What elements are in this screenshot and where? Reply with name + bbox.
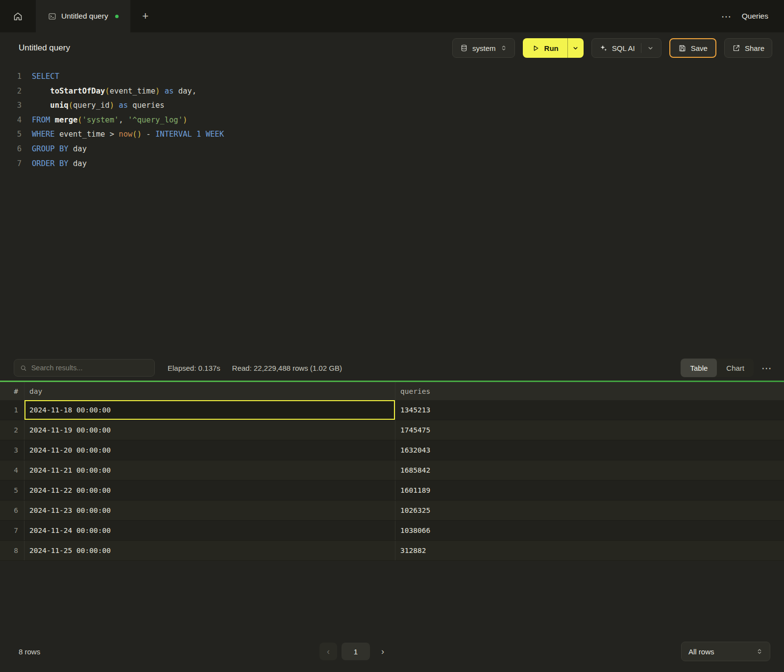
code-token: merge (55, 116, 78, 124)
line-number: 7 (0, 157, 22, 171)
day-cell[interactable]: 2024-11-21 00:00:00 (24, 460, 395, 480)
column-header-index[interactable]: # (0, 382, 24, 400)
row-number-cell[interactable]: 6 (0, 501, 24, 520)
code-token (192, 130, 196, 139)
share-button[interactable]: Share (724, 38, 772, 58)
run-options-button[interactable] (567, 38, 584, 58)
toolbar-actions: system Run SQL AI (452, 38, 772, 58)
rows-per-page-selector[interactable]: All rows (681, 642, 770, 661)
day-cell[interactable]: 2024-11-22 00:00:00 (24, 480, 395, 500)
share-icon (732, 44, 740, 52)
day-cell[interactable]: 2024-11-19 00:00:00 (24, 420, 395, 440)
search-icon (20, 364, 27, 372)
code-text: SELECT (32, 70, 59, 84)
queries-cell[interactable]: 1038066 (395, 521, 784, 540)
code-line: 3 uniq(query_id) as queries (0, 98, 784, 113)
queries-cell[interactable]: 1745475 (395, 420, 784, 440)
code-token: ( (105, 87, 109, 96)
day-cell[interactable]: 2024-11-23 00:00:00 (24, 501, 395, 520)
row-count-label: 8 rows (19, 648, 40, 656)
table-row: 32024-11-20 00:00:001632043 (0, 440, 784, 460)
tab-untitled-query[interactable]: Untitled query (36, 0, 130, 32)
chart-view-button[interactable]: Chart (717, 359, 754, 377)
row-number-cell[interactable]: 1 (0, 400, 24, 420)
code-token: day, (173, 87, 196, 96)
row-number-cell[interactable]: 2 (0, 420, 24, 440)
results-table: # day queries 12024-11-18 00:00:00134521… (0, 382, 784, 561)
queries-cell[interactable]: 1601189 (395, 480, 784, 500)
tabbar-right: ⋯ Queries (721, 0, 784, 32)
run-label: Run (544, 44, 559, 52)
row-number-cell[interactable]: 3 (0, 440, 24, 460)
sql-console: Untitled query + ⋯ Queries Untitled quer… (0, 0, 784, 672)
row-number-cell[interactable]: 5 (0, 480, 24, 500)
code-token: '^query_log' (128, 116, 183, 124)
day-cell[interactable]: 2024-11-18 00:00:00 (24, 400, 395, 420)
tab-title: Untitled query (61, 12, 108, 21)
table-view-button[interactable]: Table (681, 359, 717, 377)
queries-cell[interactable]: 1632043 (395, 440, 784, 460)
day-cell[interactable]: 2024-11-20 00:00:00 (24, 440, 395, 460)
database-selector[interactable]: system (452, 38, 515, 58)
code-token (32, 101, 50, 110)
run-button-group: Run (523, 38, 584, 58)
button-divider (641, 43, 641, 53)
home-icon (13, 11, 23, 22)
updown-chevron-icon (756, 648, 763, 655)
queries-cell[interactable]: 1026325 (395, 501, 784, 520)
code-token: event_time (110, 87, 155, 96)
share-label: Share (745, 44, 764, 52)
day-cell[interactable]: 2024-11-24 00:00:00 (24, 521, 395, 540)
queries-cell[interactable]: 312882 (395, 541, 784, 560)
previous-page-button[interactable]: ‹ (319, 643, 337, 660)
code-token: () (132, 130, 142, 139)
view-toggle: Table Chart (681, 359, 754, 377)
next-page-button[interactable]: › (374, 643, 391, 660)
results-more-button[interactable]: ⋯ (761, 363, 772, 373)
code-token: FROM (32, 116, 50, 124)
code-token: uniq (50, 101, 68, 110)
search-input[interactable] (31, 364, 148, 372)
code-text: toStartOfDay(event_time) as day, (32, 84, 196, 99)
code-token: 'system' (82, 116, 119, 124)
day-cell[interactable]: 2024-11-25 00:00:00 (24, 541, 395, 560)
code-token: day (69, 159, 87, 168)
database-icon (460, 44, 468, 52)
queries-cell[interactable]: 1345213 (395, 400, 784, 420)
code-token: event_time > (55, 130, 119, 139)
current-page-button[interactable]: 1 (342, 643, 370, 660)
save-button[interactable]: Save (669, 38, 716, 58)
run-button[interactable]: Run (523, 38, 567, 58)
sql-ai-label: SQL AI (612, 44, 635, 52)
code-token: ) (155, 87, 160, 96)
table-row: 12024-11-18 00:00:001345213 (0, 400, 784, 420)
code-token: now (119, 130, 132, 139)
code-line: 7ORDER BY day (0, 157, 784, 171)
column-header-day[interactable]: day (24, 382, 395, 400)
line-number: 6 (0, 142, 22, 157)
code-token (50, 116, 54, 124)
search-results-box[interactable] (14, 359, 155, 377)
code-text: ORDER BY day (32, 157, 87, 171)
home-button[interactable] (0, 0, 36, 32)
sql-ai-button[interactable]: SQL AI (591, 38, 662, 58)
row-number-cell[interactable]: 8 (0, 541, 24, 560)
tabbar-more-button[interactable]: ⋯ (721, 11, 732, 22)
column-header-queries[interactable]: queries (395, 382, 784, 400)
queries-link[interactable]: Queries (742, 12, 768, 21)
row-number-cell[interactable]: 7 (0, 521, 24, 540)
code-token (32, 87, 50, 96)
code-token: ORDER BY (32, 159, 69, 168)
rows-per-page-value: All rows (688, 648, 714, 656)
queries-cell[interactable]: 1685842 (395, 460, 784, 480)
code-token: , (119, 116, 128, 124)
table-row: 72024-11-24 00:00:001038066 (0, 521, 784, 541)
row-number-cell[interactable]: 4 (0, 460, 24, 480)
code-token: toStartOfDay (50, 87, 105, 96)
table-row: 52024-11-22 00:00:001601189 (0, 480, 784, 501)
sql-editor[interactable]: 1SELECT2 toStartOfDay(event_time) as day… (0, 64, 784, 355)
code-token: query_id (73, 101, 110, 110)
code-line: 2 toStartOfDay(event_time) as day, (0, 84, 784, 99)
new-tab-button[interactable]: + (130, 0, 161, 32)
play-icon (532, 44, 540, 52)
